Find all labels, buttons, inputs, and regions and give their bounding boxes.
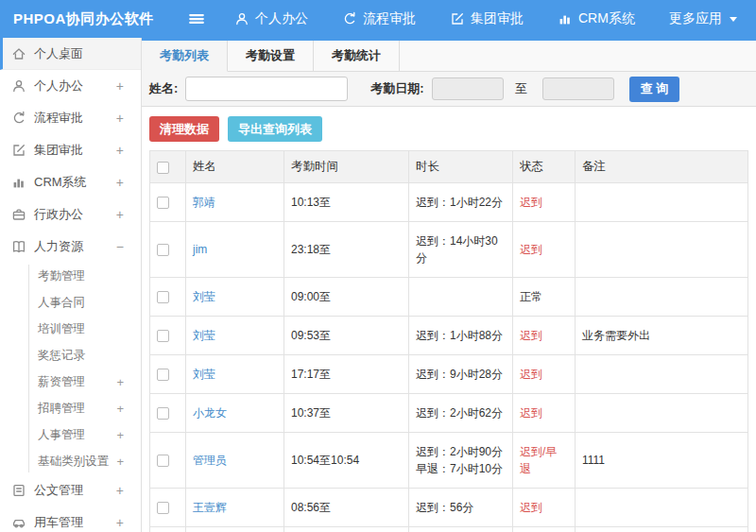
sidebar-item-7[interactable]: 公文管理+ [0, 474, 141, 506]
status-badge: 正常 [520, 290, 542, 303]
expand-toggle-icon[interactable]: + [116, 455, 124, 468]
sidebar-subitem-6-6[interactable]: 人事管理+ [0, 421, 141, 448]
row-checkbox[interactable] [157, 291, 169, 303]
sidebar-subitem-label: 基础类别设置 [38, 454, 109, 470]
name-input[interactable] [185, 77, 348, 101]
tab-2[interactable]: 考勤统计 [314, 41, 400, 71]
sidebar-subitem-6-0[interactable]: 考勤管理 [0, 263, 141, 289]
sidebar-item-2[interactable]: 流程审批+ [0, 102, 141, 134]
employee-name-link[interactable]: 刘莹 [193, 329, 215, 342]
remark-cell [576, 222, 748, 278]
status-cell: 正常 [513, 278, 576, 317]
sidebar-subitem-6-2[interactable]: 培训管理 [0, 316, 141, 342]
date-range-to-label: 至 [515, 80, 527, 97]
home-icon [11, 46, 26, 61]
duration-cell: 迟到：14小时30分 [409, 222, 513, 278]
sidebar-item-8[interactable]: 用车管理+ [0, 506, 141, 532]
remark-cell [576, 394, 748, 433]
flow-icon [342, 11, 357, 26]
topnav-label: 更多应用 [669, 10, 722, 27]
tab-1[interactable]: 考勤设置 [228, 41, 314, 71]
expand-toggle-icon[interactable]: + [116, 208, 124, 221]
sidebar-item-5[interactable]: 行政办公+ [0, 198, 141, 231]
sidebar-item-1[interactable]: 个人办公+ [0, 70, 141, 102]
table-row: 小龙女10:37至迟到：2小时62分迟到 [150, 394, 748, 433]
table-row: 刘莹09:00至正常 [150, 278, 748, 317]
select-all-checkbox[interactable] [157, 162, 169, 174]
topnav-item-3[interactable]: CRM系统 [558, 10, 635, 27]
top-nav: 个人办公流程审批集团审批CRM系统更多应用 [234, 10, 737, 27]
sidebar-subitem-6-7[interactable]: 基础类别设置+ [0, 448, 141, 474]
topnav-item-1[interactable]: 流程审批 [342, 10, 416, 27]
status-cell: 迟到 [513, 394, 576, 433]
sidebar-subitem-6-4[interactable]: 薪资管理+ [0, 369, 141, 395]
sidebar-item-label: 公文管理 [34, 482, 83, 499]
sidebar-item-6[interactable]: 人力资源− [0, 231, 141, 263]
expand-toggle-icon[interactable]: + [116, 403, 124, 415]
layout: 个人桌面个人办公+流程审批+集团审批+CRM系统+行政办公+人力资源−考勤管理人… [0, 38, 756, 532]
sidebar-subitem-6-1[interactable]: 人事合同 [0, 289, 141, 316]
expand-toggle-icon[interactable]: − [116, 240, 124, 253]
main-content: 考勤列表考勤设置考勤统计 姓名: 考勤日期: 至 查 询 清理数据 导出查询列表… [142, 38, 756, 532]
flow-icon [11, 111, 26, 126]
employee-name-link[interactable]: 郭靖 [193, 196, 215, 209]
row-checkbox[interactable] [157, 197, 169, 209]
status-badge: 迟到 [520, 243, 542, 256]
row-checkbox[interactable] [157, 244, 169, 256]
row-checkbox[interactable] [157, 330, 169, 342]
tab-0[interactable]: 考勤列表 [142, 41, 228, 72]
clear-data-button[interactable]: 清理数据 [149, 116, 219, 142]
search-button[interactable]: 查 询 [629, 77, 680, 102]
expand-toggle-icon[interactable]: + [116, 79, 124, 93]
row-checkbox[interactable] [157, 369, 169, 381]
duration-cell: 迟到：1小时88分 [409, 317, 513, 355]
expand-toggle-icon[interactable]: + [116, 376, 124, 388]
expand-toggle-icon[interactable]: + [116, 176, 124, 189]
topnav-label: 集团审批 [471, 10, 524, 27]
status-badge: 迟到 [520, 406, 542, 420]
expand-toggle-icon[interactable]: + [116, 429, 124, 441]
duration-line: 迟到：2小时90分 [416, 443, 506, 460]
export-list-button[interactable]: 导出查询列表 [228, 116, 322, 142]
expand-toggle-icon[interactable]: + [116, 112, 124, 125]
sidebar-item-label: 人力资源 [34, 238, 83, 255]
topbar: PHPOA协同办公软件 个人办公流程审批集团审批CRM系统更多应用 [0, 0, 756, 38]
topnav-item-4[interactable]: 更多应用 [669, 10, 737, 27]
employee-name-link[interactable]: jim [193, 243, 207, 256]
sidebar-subitem-6-3[interactable]: 奖惩记录 [0, 342, 141, 369]
row-checkbox[interactable] [157, 407, 169, 420]
attendance-time-cell: 08:56至 [284, 489, 409, 527]
sidebar-item-3[interactable]: 集团审批+ [0, 134, 141, 166]
row-checkbox[interactable] [157, 455, 169, 467]
status-cell: 迟到 [513, 489, 576, 527]
sidebar-subitem-label: 薪资管理 [38, 374, 85, 390]
sidebar-subitem-label: 考勤管理 [38, 268, 85, 284]
status-cell: 迟到 [513, 355, 576, 394]
sidebar-item-4[interactable]: CRM系统+ [0, 166, 141, 198]
expand-toggle-icon[interactable]: + [116, 484, 124, 497]
date-to-input[interactable] [542, 77, 614, 100]
employee-name-link[interactable]: 王壹辉 [193, 501, 227, 514]
employee-name-link[interactable]: 刘莹 [193, 368, 215, 381]
status-badge: 迟到 [520, 329, 542, 342]
employee-name-link[interactable]: 刘莹 [193, 290, 215, 303]
table-row: 王壹辉08:56至迟到：56分迟到 [150, 489, 748, 527]
column-header: 备注 [576, 151, 748, 183]
row-checkbox[interactable] [157, 502, 169, 514]
topnav-label: 流程审批 [363, 10, 416, 27]
car-icon [11, 515, 26, 530]
sidebar-subitem-6-5[interactable]: 招聘管理+ [0, 395, 141, 421]
topnav-item-0[interactable]: 个人办公 [234, 10, 308, 27]
sidebar-subitem-label: 招聘管理 [38, 401, 85, 417]
menu-icon[interactable] [187, 10, 206, 27]
column-header: 姓名 [186, 151, 284, 183]
date-from-input[interactable] [432, 77, 504, 100]
sidebar-item-0[interactable]: 个人桌面 [0, 38, 141, 70]
remark-cell [576, 278, 748, 317]
remark-cell [576, 183, 748, 222]
topnav-item-2[interactable]: 集团审批 [450, 10, 524, 27]
expand-toggle-icon[interactable]: + [116, 516, 124, 529]
employee-name-link[interactable]: 管理员 [193, 454, 227, 467]
expand-toggle-icon[interactable]: + [116, 144, 124, 157]
employee-name-link[interactable]: 小龙女 [193, 406, 227, 420]
